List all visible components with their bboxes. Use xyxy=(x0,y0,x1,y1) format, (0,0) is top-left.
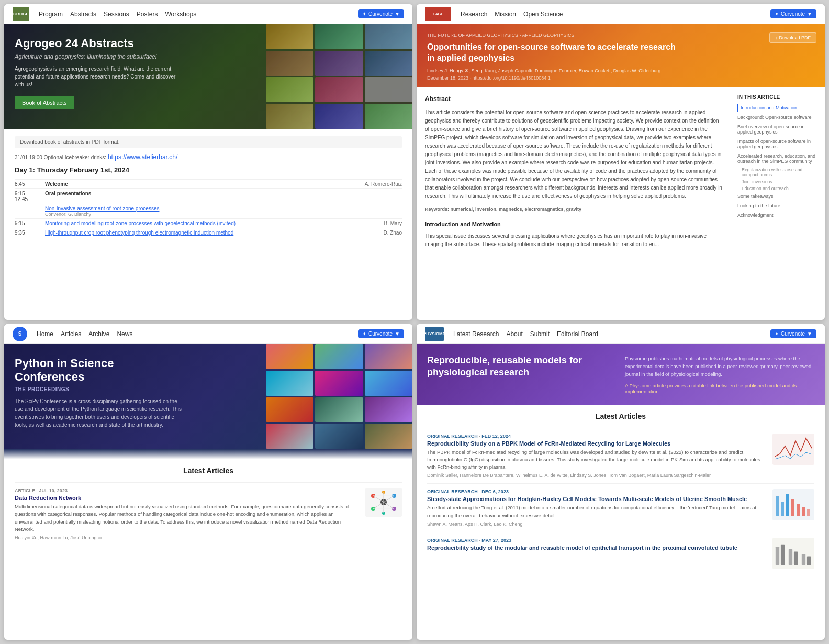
curvenote-menu-icon[interactable]: ▼ xyxy=(395,11,400,17)
p4-nav-editorial[interactable]: Editorial Board xyxy=(557,330,598,338)
p4-article-thumb-1 xyxy=(772,489,814,520)
p4-article-meta-1: Original Research · Dec 6, 2023 xyxy=(427,489,766,494)
p2-toc-sub-5[interactable]: Regularization with sparse and compact n… xyxy=(742,167,819,177)
p2-sidebar: IN THIS ARTICLE Introduction and Motivat… xyxy=(731,87,825,320)
p1-nav-program[interactable]: Program xyxy=(39,10,63,18)
svg-rect-20 xyxy=(802,507,805,516)
p1-nav-abstracts[interactable]: Abstracts xyxy=(70,10,96,18)
p3-article-title-0[interactable]: Data Reduction Network xyxy=(15,495,359,501)
p1-nav-workshops[interactable]: Workshops xyxy=(165,10,196,18)
p2-curvenote-badge[interactable]: ✦ Curvenote ▼ xyxy=(770,9,816,18)
p3-nav-articles[interactable]: Articles xyxy=(61,330,81,338)
p4-hero-desc: Physiome publishes mathematical models o… xyxy=(625,354,814,379)
p2-nav-links: Research Mission Open Science xyxy=(461,10,761,18)
p3-thumb-2 xyxy=(315,344,363,369)
p3-nav-links: Home Articles Archive News xyxy=(37,330,349,338)
p4-article-body-1: Original Research · Dec 6, 2023 Steady-s… xyxy=(427,489,766,527)
p3-article-card-0: Article · Jul 10, 2023 Data Reduction Ne… xyxy=(15,482,402,546)
p2-toc-item-0[interactable]: Introduction and Motivation xyxy=(737,104,819,112)
p4-article-title-1[interactable]: Steady-state Approximations for Hodgkin-… xyxy=(427,496,766,502)
p4-nav-submit[interactable]: Submit xyxy=(530,330,550,338)
p1-hero-title: Agrogeo 24 Abstracts xyxy=(15,37,182,50)
p3-thumb-8 xyxy=(315,397,363,423)
p2-toc-item-8[interactable]: Some takeaways xyxy=(737,193,819,200)
p4-nav-latest[interactable]: Latest Research xyxy=(453,330,499,338)
p2-logo[interactable]: EAGE xyxy=(425,7,451,21)
p2-download-btn[interactable]: ↓ Download PDF xyxy=(769,32,816,43)
p4-logo[interactable]: PHYSIOME xyxy=(425,327,444,341)
p3-thumb-6 xyxy=(365,371,412,396)
p2-nav-openscience[interactable]: Open Science xyxy=(523,10,563,18)
p3-curvenote-badge[interactable]: ✦ Curvenote ▼ xyxy=(358,329,404,338)
svg-rect-21 xyxy=(807,509,810,516)
p1-schedule-row-0: 8:45 Welcome A. Romero-Ruiz xyxy=(15,179,402,188)
svg-rect-15 xyxy=(776,496,779,516)
p2-main: Abstract This article considers the pote… xyxy=(417,87,731,320)
curvenote-icon: ✦ xyxy=(362,11,366,17)
p4-hero-left: Reproducible, reusable models for physio… xyxy=(427,354,617,394)
p4-article-title-2[interactable]: Reproducibility study of the modular and… xyxy=(427,545,766,551)
svg-rect-23 xyxy=(781,544,785,564)
p3-nav-home[interactable]: Home xyxy=(37,330,53,338)
p3-thumb-11 xyxy=(315,424,363,449)
p3-article-desc-0: Multidimensional categorical data is wid… xyxy=(15,503,359,533)
curvenote-menu-icon[interactable]: ▼ xyxy=(807,331,812,337)
p1-logo[interactable]: AGROGEO xyxy=(13,7,29,21)
p4-article-card-0: Original Research · Feb 12, 2024 Reprodu… xyxy=(427,428,814,484)
p2-keywords: Keywords: numerical, inversion, magnetic… xyxy=(425,206,722,213)
p1-hero-desc: Agrogeophysics is an emerging research f… xyxy=(15,65,182,88)
p3-thumb-1 xyxy=(266,344,313,369)
p3-logo[interactable]: S xyxy=(13,327,27,341)
root-zone-link[interactable]: Non-Invasive assessment of root zone pro… xyxy=(45,206,159,212)
p3-hero-content: Python in Science Conferences THE PROCEE… xyxy=(15,357,182,429)
p4-article-authors-0: Dominik Saller, Hannelore De Brabantere,… xyxy=(427,473,766,478)
p4-article-title-0[interactable]: Reproducibility Study on a PBPK Model of… xyxy=(427,440,766,447)
p1-nav-sessions[interactable]: Sessions xyxy=(104,10,129,18)
p1-convenor: Convenor: G. Blanchy xyxy=(45,212,159,217)
p2-toc-item-10[interactable]: Acknowledgment xyxy=(737,212,819,219)
curvenote-icon: ✦ xyxy=(775,11,779,17)
p2-toc-item-9[interactable]: Looking to the future xyxy=(737,202,819,209)
p4-curvenote-badge[interactable]: ✦ Curvenote ▼ xyxy=(770,329,816,338)
p3-nav-news[interactable]: News xyxy=(117,330,132,338)
p4-article-card-2: Original Research · May 27, 2023 Reprodu… xyxy=(427,532,814,574)
svg-line-10 xyxy=(384,502,394,509)
p2-nav-research[interactable]: Research xyxy=(461,10,487,18)
p1-thumb-11 xyxy=(315,104,363,129)
monitoring-link[interactable]: Monitoring and modelling root-zone proce… xyxy=(45,220,356,226)
p3-hero-thumbnails xyxy=(266,344,412,449)
p3-nav-archive[interactable]: Archive xyxy=(88,330,109,338)
curvenote-menu-icon[interactable]: ▼ xyxy=(807,11,812,17)
p1-thumb-6 xyxy=(365,51,412,76)
p1-curvenote-badge[interactable]: ✦ Curvenote ▼ xyxy=(358,9,404,18)
atelierbar-link[interactable]: https://www.atelierbar.ch/ xyxy=(108,153,177,161)
p4-nav-about[interactable]: About xyxy=(506,330,522,338)
p2-breadcrumb: THE FUTURE OF APPLIED GEOPHYSICS › APPLI… xyxy=(427,32,814,38)
p4-hero-link[interactable]: A Physiome article provides a citable li… xyxy=(625,383,814,394)
p2-nav-mission[interactable]: Mission xyxy=(495,10,516,18)
p4-article-thumb-2 xyxy=(772,538,814,569)
curvenote-menu-icon[interactable]: ▼ xyxy=(395,331,400,337)
p4-nav-links: Latest Research About Submit Editorial B… xyxy=(453,330,761,338)
svg-rect-16 xyxy=(781,502,784,516)
p2-toc-item-3[interactable]: Impacts of open-source software in appli… xyxy=(737,138,819,150)
p2-toc-item-2[interactable]: Brief overview of open-source in applied… xyxy=(737,123,819,136)
p2-article-title: Opportunities for open-source software t… xyxy=(427,42,678,64)
book-of-abstracts-button[interactable]: Book of Abstracts xyxy=(15,96,74,109)
p3-thumb-9 xyxy=(365,397,412,423)
p2-date: December 18, 2023 · https://doi.org/10.1… xyxy=(427,75,814,81)
p2-navbar: EAGE Research Mission Open Science ✦ Cur… xyxy=(417,4,825,24)
p3-thumb-12 xyxy=(365,424,412,449)
p4-article-authors-1: Shawn A. Means, Aps H. Clark, Leo K. Che… xyxy=(427,521,766,527)
panel-python-science: S Home Articles Archive News ✦ Curvenote… xyxy=(4,324,412,640)
p1-thumb-8 xyxy=(315,77,363,103)
p2-toc-item-4[interactable]: Accelerated research, education, and out… xyxy=(737,152,819,165)
highthroughput-link[interactable]: High-throughput crop root phenotyping th… xyxy=(45,230,356,236)
p3-thumb-4 xyxy=(266,371,313,396)
p2-toc-sub-6[interactable]: Joint inversions xyxy=(742,179,819,184)
p2-toc-item-1[interactable]: Background: Open-source software xyxy=(737,114,819,121)
p4-article-meta-0: Original Research · Feb 12, 2024 xyxy=(427,434,766,439)
p2-toc-sub-7[interactable]: Education and outreach xyxy=(742,186,819,191)
p1-nav-posters[interactable]: Posters xyxy=(137,10,158,18)
p1-download-text: Download book of abstracts in PDF format… xyxy=(15,136,402,148)
